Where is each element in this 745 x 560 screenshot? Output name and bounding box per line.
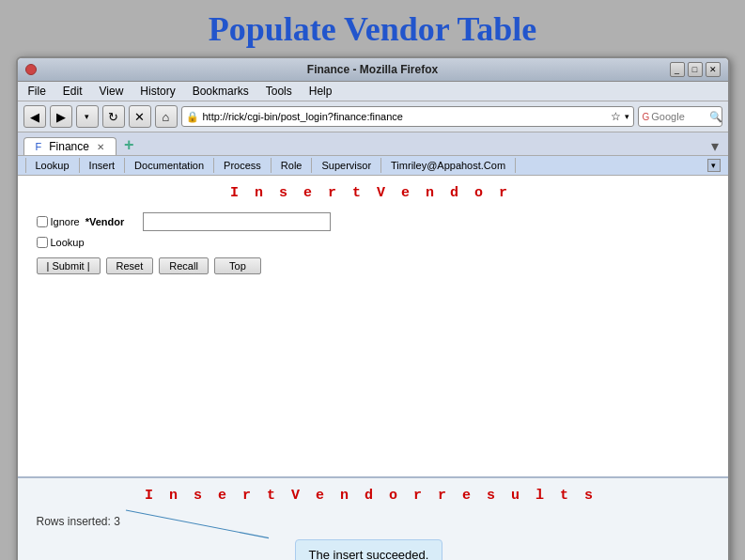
nav-scroll-button[interactable]: ▾ <box>707 159 721 172</box>
success-message: The insert succeeded. <box>309 548 429 560</box>
url-star-icon[interactable]: ☆ <box>611 110 621 123</box>
page-title: Populate Vendor Table <box>0 0 745 56</box>
nav-bar: Lookup Insert Documentation Process Role… <box>18 156 728 176</box>
menu-tools[interactable]: Tools <box>263 84 295 99</box>
lookup-label: Lookup <box>51 237 85 248</box>
search-icon[interactable]: 🔍 <box>709 111 722 123</box>
url-dropdown-icon[interactable]: ▾ <box>625 112 629 121</box>
button-row: | Submit | Reset Recall Top <box>37 257 706 274</box>
url-input[interactable] <box>203 111 607 122</box>
tab-icon: F <box>36 141 42 152</box>
tab-finance[interactable]: F Finance ✕ <box>23 137 116 155</box>
back-button[interactable]: ◀ <box>23 105 46 128</box>
browser-title: Finance - Mozilla Firefox <box>307 63 438 76</box>
content-area: I n s e r t V e n d o r Ignore *Vendor L… <box>18 176 728 476</box>
lookup-checkbox-wrapper: Lookup <box>37 237 85 248</box>
new-tab-button[interactable]: + <box>120 135 138 155</box>
nav-supervisor[interactable]: Supervisor <box>312 158 381 173</box>
nav-role[interactable]: Role <box>272 158 313 173</box>
nav-process[interactable]: Process <box>214 158 272 173</box>
tab-bar: F Finance ✕ + ▾ <box>18 132 728 156</box>
minimize-button[interactable]: _ <box>670 62 685 77</box>
title-bar-left <box>25 64 37 75</box>
close-dot[interactable] <box>25 64 37 75</box>
menu-bookmarks[interactable]: Bookmarks <box>190 84 252 99</box>
results-area: I n s e r t V e n d o r r e s u l t s Ro… <box>18 476 728 560</box>
tab-close-icon[interactable]: ✕ <box>97 142 104 152</box>
url-bar[interactable]: 🔒 ☆ ▾ <box>181 106 634 127</box>
menu-view[interactable]: View <box>97 84 127 99</box>
ignore-label: Ignore <box>51 216 80 227</box>
forward-button[interactable]: ▶ <box>50 105 72 128</box>
menu-help[interactable]: Help <box>306 84 335 99</box>
browser-window: Finance - Mozilla Firefox _ □ ✕ File Edi… <box>16 56 730 560</box>
rows-inserted-text: Rows inserted: 3 <box>37 515 706 528</box>
vendor-label: *Vendor <box>85 216 137 227</box>
dropdown-button[interactable]: ▾ <box>76 105 99 128</box>
menu-file[interactable]: File <box>25 84 49 99</box>
security-icon: 🔒 <box>186 111 199 123</box>
vendor-input[interactable] <box>143 212 331 231</box>
form-row-lookup: Lookup <box>37 237 706 248</box>
nav-email[interactable]: Timriley@Appahost.Com <box>381 158 516 173</box>
search-input[interactable] <box>651 111 707 122</box>
submit-button[interactable]: | Submit | <box>37 257 101 274</box>
maximize-button[interactable]: □ <box>688 62 703 77</box>
nav-insert[interactable]: Insert <box>80 158 126 173</box>
ignore-checkbox-wrapper: Ignore <box>37 216 80 227</box>
title-bar-controls: _ □ ✕ <box>670 62 721 77</box>
ignore-checkbox[interactable] <box>37 216 48 227</box>
search-engine-icon: G <box>643 112 650 122</box>
menu-bar: File Edit View History Bookmarks Tools H… <box>18 82 728 101</box>
content-wrapper: ▲ ▼ I n s e r t V e n d o r Ignore *Vend… <box>18 176 728 560</box>
recall-button[interactable]: Recall <box>159 257 209 274</box>
nav-documentation[interactable]: Documentation <box>125 158 214 173</box>
results-heading: I n s e r t V e n d o r r e s u l t s <box>37 488 706 504</box>
reload-button[interactable]: ↻ <box>102 105 125 128</box>
reset-button[interactable]: Reset <box>106 257 154 274</box>
menu-edit[interactable]: Edit <box>60 84 85 99</box>
tab-label: Finance <box>49 140 89 153</box>
search-bar[interactable]: G 🔍 <box>638 106 722 127</box>
home-button[interactable]: ⌂ <box>155 105 178 128</box>
close-button[interactable]: ✕ <box>706 62 721 77</box>
stop-button[interactable]: ✕ <box>129 105 151 128</box>
toolbar: ◀ ▶ ▾ ↻ ✕ ⌂ 🔒 ☆ ▾ G 🔍 <box>18 101 728 132</box>
top-button[interactable]: Top <box>214 257 261 274</box>
lookup-checkbox[interactable] <box>37 237 48 248</box>
menu-history[interactable]: History <box>137 84 178 99</box>
success-bubble: The insert succeeded. <box>295 539 443 560</box>
form-row-vendor: Ignore *Vendor <box>37 212 706 231</box>
nav-lookup[interactable]: Lookup <box>25 158 80 173</box>
tab-list-button[interactable]: ▾ <box>707 137 722 155</box>
insert-vendor-heading: I n s e r t V e n d o r <box>37 185 706 201</box>
title-bar: Finance - Mozilla Firefox _ □ ✕ <box>18 58 728 82</box>
